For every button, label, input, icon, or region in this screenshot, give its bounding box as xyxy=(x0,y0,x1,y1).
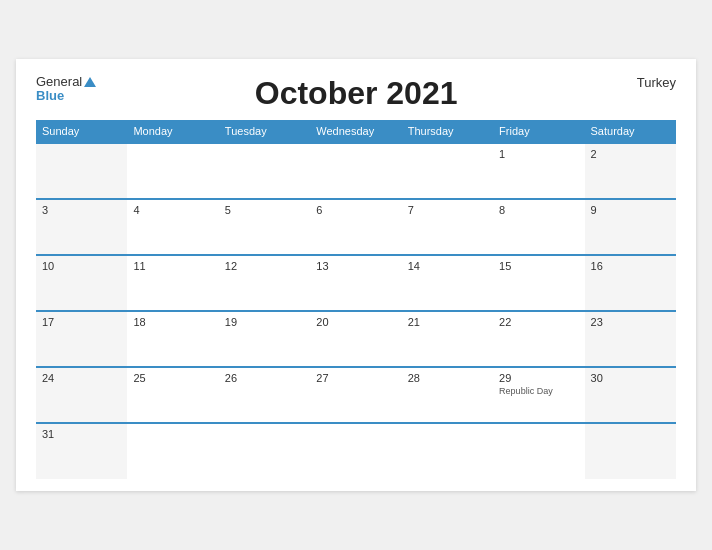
day-number: 5 xyxy=(225,204,304,216)
calendar-day-cell: 6 xyxy=(310,199,401,255)
calendar-day-cell: 12 xyxy=(219,255,310,311)
day-number: 8 xyxy=(499,204,578,216)
calendar-day-cell: 30 xyxy=(585,367,676,423)
country-label: Turkey xyxy=(616,75,676,90)
header-wednesday: Wednesday xyxy=(310,120,401,143)
header-friday: Friday xyxy=(493,120,584,143)
calendar-day-cell xyxy=(402,143,493,199)
calendar-header: General Blue October 2021 Turkey xyxy=(36,75,676,112)
header-tuesday: Tuesday xyxy=(219,120,310,143)
day-number: 15 xyxy=(499,260,578,272)
calendar-day-cell: 1 xyxy=(493,143,584,199)
logo-general-text: General xyxy=(36,75,96,89)
calendar-week-row: 12 xyxy=(36,143,676,199)
calendar-day-cell: 10 xyxy=(36,255,127,311)
calendar-container: General Blue October 2021 Turkey Sunday … xyxy=(16,59,696,491)
calendar-week-row: 17181920212223 xyxy=(36,311,676,367)
calendar-day-cell: 16 xyxy=(585,255,676,311)
day-number: 24 xyxy=(42,372,121,384)
calendar-day-cell xyxy=(127,423,218,479)
day-number: 10 xyxy=(42,260,121,272)
day-number: 6 xyxy=(316,204,395,216)
day-number: 26 xyxy=(225,372,304,384)
calendar-day-cell: 18 xyxy=(127,311,218,367)
calendar-day-cell: 3 xyxy=(36,199,127,255)
calendar-day-cell xyxy=(310,423,401,479)
calendar-day-cell: 11 xyxy=(127,255,218,311)
header-sunday: Sunday xyxy=(36,120,127,143)
day-number: 28 xyxy=(408,372,487,384)
day-number: 3 xyxy=(42,204,121,216)
calendar-day-cell: 14 xyxy=(402,255,493,311)
calendar-day-cell: 21 xyxy=(402,311,493,367)
calendar-week-row: 242526272829Republic Day30 xyxy=(36,367,676,423)
calendar-day-cell: 20 xyxy=(310,311,401,367)
calendar-day-cell: 31 xyxy=(36,423,127,479)
day-number: 13 xyxy=(316,260,395,272)
header-monday: Monday xyxy=(127,120,218,143)
logo-triangle-icon xyxy=(84,77,96,87)
calendar-title: October 2021 xyxy=(96,75,616,112)
calendar-day-cell: 2 xyxy=(585,143,676,199)
day-number: 29 xyxy=(499,372,578,384)
calendar-day-cell xyxy=(219,143,310,199)
day-number: 2 xyxy=(591,148,670,160)
calendar-day-cell: 17 xyxy=(36,311,127,367)
calendar-day-cell xyxy=(127,143,218,199)
logo: General Blue xyxy=(36,75,96,104)
calendar-day-cell xyxy=(585,423,676,479)
header-saturday: Saturday xyxy=(585,120,676,143)
day-number: 22 xyxy=(499,316,578,328)
day-number: 11 xyxy=(133,260,212,272)
day-number: 4 xyxy=(133,204,212,216)
calendar-day-cell: 25 xyxy=(127,367,218,423)
day-number: 12 xyxy=(225,260,304,272)
calendar-day-cell: 8 xyxy=(493,199,584,255)
logo-blue-text: Blue xyxy=(36,89,96,103)
day-number: 19 xyxy=(225,316,304,328)
calendar-day-cell: 28 xyxy=(402,367,493,423)
calendar-day-cell: 4 xyxy=(127,199,218,255)
day-number: 20 xyxy=(316,316,395,328)
calendar-week-row: 31 xyxy=(36,423,676,479)
calendar-day-cell: 23 xyxy=(585,311,676,367)
calendar-day-cell xyxy=(402,423,493,479)
calendar-day-cell: 26 xyxy=(219,367,310,423)
day-number: 14 xyxy=(408,260,487,272)
calendar-day-cell xyxy=(219,423,310,479)
calendar-day-cell xyxy=(310,143,401,199)
calendar-day-cell: 15 xyxy=(493,255,584,311)
day-number: 21 xyxy=(408,316,487,328)
calendar-day-cell xyxy=(493,423,584,479)
calendar-day-cell xyxy=(36,143,127,199)
calendar-day-cell: 9 xyxy=(585,199,676,255)
calendar-week-row: 3456789 xyxy=(36,199,676,255)
calendar-grid: Sunday Monday Tuesday Wednesday Thursday… xyxy=(36,120,676,479)
day-number: 31 xyxy=(42,428,121,440)
day-number: 1 xyxy=(499,148,578,160)
day-number: 18 xyxy=(133,316,212,328)
event-label: Republic Day xyxy=(499,386,578,396)
calendar-day-cell: 13 xyxy=(310,255,401,311)
day-number: 25 xyxy=(133,372,212,384)
calendar-day-cell: 7 xyxy=(402,199,493,255)
calendar-day-cell: 27 xyxy=(310,367,401,423)
calendar-day-cell: 19 xyxy=(219,311,310,367)
day-number: 7 xyxy=(408,204,487,216)
calendar-day-cell: 29Republic Day xyxy=(493,367,584,423)
header-thursday: Thursday xyxy=(402,120,493,143)
calendar-day-cell: 5 xyxy=(219,199,310,255)
day-number: 30 xyxy=(591,372,670,384)
calendar-day-cell: 24 xyxy=(36,367,127,423)
calendar-week-row: 10111213141516 xyxy=(36,255,676,311)
day-number: 17 xyxy=(42,316,121,328)
day-number: 16 xyxy=(591,260,670,272)
weekday-header-row: Sunday Monday Tuesday Wednesday Thursday… xyxy=(36,120,676,143)
day-number: 9 xyxy=(591,204,670,216)
day-number: 27 xyxy=(316,372,395,384)
day-number: 23 xyxy=(591,316,670,328)
calendar-day-cell: 22 xyxy=(493,311,584,367)
